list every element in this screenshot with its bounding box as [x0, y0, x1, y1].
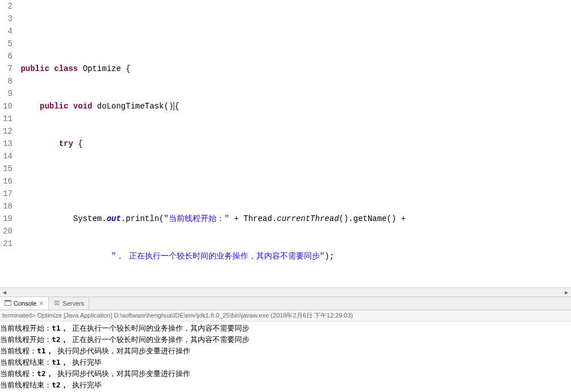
horizontal-scrollbar[interactable]: ◀ ▶: [0, 287, 571, 297]
console-status: terminated> Optimize [Java Application] …: [0, 310, 571, 322]
code-editor[interactable]: 23456789101112131415161718192021 public …: [0, 0, 571, 287]
console-line: 当前线程开始：t2， 正在执行一个较长时间的业务操作，其内容不需要同步: [0, 334, 571, 345]
svg-rect-2: [55, 301, 60, 302]
close-icon[interactable]: ✕: [39, 300, 44, 307]
console-line: 当前线程开始：t1， 正在执行一个较长时间的业务操作，其内容不需要同步: [0, 323, 571, 334]
console-line: 当前线程结束：t1， 执行完毕: [0, 357, 571, 368]
svg-rect-3: [55, 303, 60, 305]
svg-rect-1: [5, 301, 11, 302]
code-area[interactable]: public class Optimize { public void doLo…: [16, 0, 571, 287]
scroll-right-arrow-icon[interactable]: ▶: [562, 288, 571, 297]
tab-console-label: Console: [14, 300, 36, 307]
bottom-panel-tabs: Console ✕ Servers: [0, 297, 571, 310]
console-icon: [5, 299, 11, 307]
scroll-left-arrow-icon[interactable]: ◀: [0, 288, 9, 297]
line-gutter: 23456789101112131415161718192021: [0, 0, 16, 287]
tab-servers-label: Servers: [62, 300, 84, 307]
console-line: 当前线程结束：t2， 执行完毕: [0, 380, 571, 391]
tab-servers[interactable]: Servers: [49, 297, 89, 310]
console-line: 当前线程：t2， 执行同步代码块，对其同步变量进行操作: [0, 368, 571, 380]
console-output[interactable]: 当前线程开始：t1， 正在执行一个较长时间的业务操作，其内容不需要同步 当前线程…: [0, 322, 571, 392]
servers-icon: [53, 299, 60, 307]
console-line: 当前线程：t1， 执行同步代码块，对其同步变量进行操作: [0, 345, 571, 357]
tab-console[interactable]: Console ✕: [0, 297, 49, 310]
